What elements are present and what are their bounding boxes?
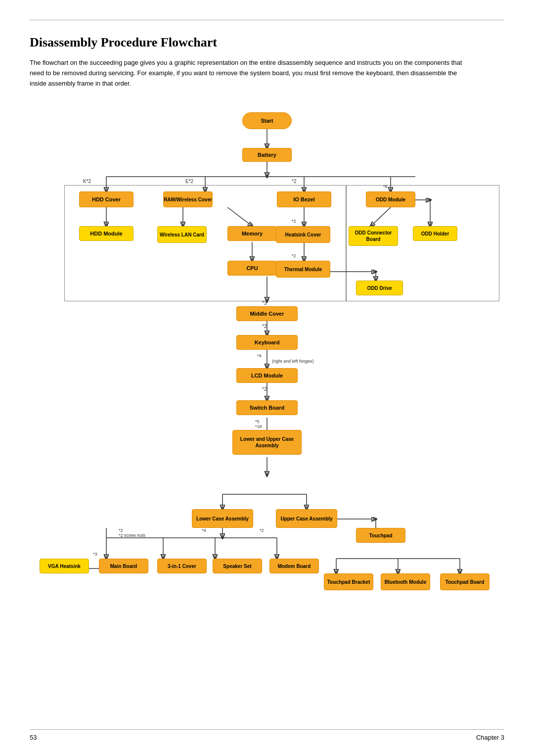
node-touchpad-bracket: Touchpad Bracket xyxy=(324,573,373,590)
label-screw5: *5 xyxy=(255,419,260,424)
footer-page-number: 53 xyxy=(30,734,37,741)
node-speaker-set: Speaker Set xyxy=(213,559,262,573)
node-vga-heatsink: VGA Heatsink xyxy=(40,559,89,573)
node-lower-upper-case: Lower and Upper Case Assembly xyxy=(232,430,302,455)
page-footer: 53 Chapter 3 xyxy=(30,729,504,741)
node-bluetooth-module: Bluetooth Module xyxy=(381,573,430,590)
node-io-bezel: IO Bezel xyxy=(277,191,331,207)
node-hdd-module: HDD Module xyxy=(79,226,134,241)
label-screw2-modem: *2 xyxy=(260,528,264,533)
label-hinges: (right and left hinges) xyxy=(272,359,314,364)
node-thermal-module: Thermal Module xyxy=(276,261,330,278)
label-k2: K*2 xyxy=(83,179,91,184)
node-start: Start xyxy=(242,112,292,129)
page-title: Disassembly Procedure Flowchart xyxy=(30,35,504,50)
node-touchpad: Touchpad xyxy=(356,528,405,543)
footer-chapter: Chapter 3 xyxy=(476,734,504,741)
label-screw3-vga: *3 xyxy=(93,552,97,557)
node-odd-drive: ODD Drive xyxy=(356,281,403,295)
node-3in1-cover: 3-in-1 Cover xyxy=(157,559,207,573)
node-wireless-lan: Wireless LAN Card xyxy=(157,226,207,243)
label-screw8: *8 xyxy=(383,184,388,189)
node-odd-module: ODD Module xyxy=(366,191,415,207)
label-screw18: *18 xyxy=(255,424,262,429)
node-lcd-module: LCD Module xyxy=(236,368,298,383)
node-hdd-cover: HDD Cover xyxy=(79,191,134,207)
label-screw3: *3 xyxy=(262,300,267,306)
node-main-board: Main Board xyxy=(99,559,148,573)
label-screw2-5: *2 xyxy=(262,386,267,392)
label-screw2-6: *2 xyxy=(119,528,123,533)
node-touchpad-board: Touchpad Board xyxy=(440,573,490,590)
node-cpu: CPU xyxy=(227,261,277,276)
node-upper-case: Upper Case Assembly xyxy=(276,509,337,528)
intro-paragraph: The flowchart on the succeeding page giv… xyxy=(30,58,475,89)
label-screw4-2: *4 xyxy=(202,528,206,533)
label-screw2-2: *2 xyxy=(292,219,296,224)
flowchart: Start Battery K*2 E*2 *2 HDD Cover RAM/W… xyxy=(30,103,504,697)
node-heatsink-cover: Heatsink Cover xyxy=(276,226,330,243)
node-battery: Battery xyxy=(242,148,292,162)
label-screw4-1: *4 xyxy=(257,353,262,358)
node-middle-cover: Middle Cover xyxy=(236,306,298,321)
label-screw2-4: *2 xyxy=(262,324,267,329)
node-lower-case: Lower Case Assembly xyxy=(192,509,253,528)
label-screw-nuts: *2 screw nuts xyxy=(119,533,145,538)
node-modem-board: Modem Board xyxy=(269,559,319,573)
node-keyboard: Keyboard xyxy=(236,335,298,350)
label-screw2-1: *2 xyxy=(292,179,296,184)
node-ram-wireless-cover: RAM/Wireless Cover xyxy=(163,191,213,207)
node-switch-board: Switch Board xyxy=(236,400,298,415)
node-memory: Memory xyxy=(227,226,277,241)
node-odd-holder: ODD Holder xyxy=(413,226,457,241)
label-e2: E*2 xyxy=(185,179,193,184)
node-odd-connector: ODD Connector Board xyxy=(349,226,398,246)
label-screw2-3: *2 xyxy=(292,253,296,258)
